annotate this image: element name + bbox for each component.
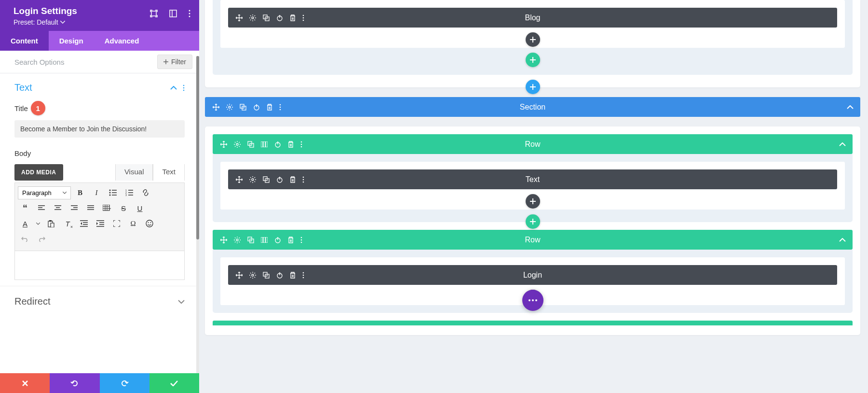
- tab-advanced[interactable]: Advanced: [94, 31, 150, 51]
- kebab-icon[interactable]: [302, 14, 304, 21]
- move-icon[interactable]: [220, 237, 227, 243]
- trash-icon[interactable]: [290, 272, 296, 279]
- columns-icon[interactable]: [261, 141, 268, 147]
- align-left-icon[interactable]: [34, 201, 49, 215]
- editor-tab-visual[interactable]: Visual: [115, 164, 153, 181]
- section-bar[interactable]: Section: [205, 97, 860, 117]
- move-icon[interactable]: [213, 104, 219, 111]
- columns-icon[interactable]: [261, 237, 268, 243]
- kebab-icon[interactable]: [183, 84, 185, 91]
- preset-selector[interactable]: Preset: Default: [14, 18, 186, 26]
- emoji-icon[interactable]: [142, 217, 157, 230]
- numbered-list-icon[interactable]: 123: [122, 186, 136, 199]
- redo-button[interactable]: [100, 373, 149, 393]
- link-icon[interactable]: [138, 186, 153, 199]
- duplicate-icon[interactable]: [240, 104, 246, 111]
- power-icon[interactable]: [276, 272, 283, 279]
- add-row-button[interactable]: [526, 214, 540, 229]
- paste-icon[interactable]: [44, 217, 58, 230]
- add-media-button[interactable]: ADD MEDIA: [14, 164, 63, 181]
- fullscreen-icon[interactable]: [109, 217, 124, 230]
- add-module-button[interactable]: [526, 194, 540, 209]
- title-input[interactable]: [14, 120, 185, 138]
- move-icon[interactable]: [236, 14, 243, 21]
- chevron-up-icon[interactable]: [839, 238, 846, 242]
- module-bar-text[interactable]: Text: [228, 169, 837, 189]
- tab-content[interactable]: Content: [0, 31, 49, 51]
- power-icon[interactable]: [276, 14, 283, 21]
- tab-design[interactable]: Design: [49, 31, 94, 51]
- kebab-icon[interactable]: [279, 104, 281, 111]
- power-icon[interactable]: [274, 141, 281, 148]
- trash-icon[interactable]: [288, 237, 294, 243]
- save-button[interactable]: [149, 373, 199, 393]
- gear-icon[interactable]: [234, 141, 241, 148]
- power-icon[interactable]: [276, 176, 283, 183]
- trash-icon[interactable]: [290, 14, 296, 21]
- gear-icon[interactable]: [234, 237, 241, 243]
- module-bar-login[interactable]: Login: [228, 265, 837, 285]
- text-section-header[interactable]: Text: [0, 73, 199, 95]
- outdent-icon[interactable]: [77, 217, 91, 230]
- duplicate-icon[interactable]: [263, 272, 270, 279]
- indent-icon[interactable]: [93, 217, 108, 230]
- quote-icon[interactable]: “: [18, 201, 32, 215]
- expand-icon[interactable]: [150, 10, 158, 17]
- kebab-icon[interactable]: [189, 10, 190, 17]
- undo-button[interactable]: [50, 373, 99, 393]
- color-dropdown-icon[interactable]: [34, 217, 42, 230]
- gear-icon[interactable]: [249, 272, 256, 279]
- table-icon[interactable]: [100, 201, 114, 215]
- scrollbar[interactable]: [196, 56, 199, 373]
- gear-icon[interactable]: [226, 104, 233, 111]
- body-editor[interactable]: [14, 251, 185, 280]
- special-char-icon[interactable]: Ω: [126, 217, 140, 230]
- redirect-section-header[interactable]: Redirect: [0, 286, 199, 317]
- align-justify-icon[interactable]: [83, 201, 98, 215]
- align-center-icon[interactable]: [51, 201, 65, 215]
- move-icon[interactable]: [220, 141, 227, 148]
- search-input[interactable]: [14, 58, 157, 66]
- clear-format-icon[interactable]: T×: [60, 217, 75, 230]
- power-icon[interactable]: [253, 104, 260, 111]
- power-icon[interactable]: [274, 237, 281, 243]
- trash-icon[interactable]: [288, 141, 294, 148]
- duplicate-icon[interactable]: [263, 176, 270, 183]
- scrollbar-thumb[interactable]: [196, 56, 199, 239]
- add-row-button[interactable]: [526, 53, 540, 67]
- kebab-icon[interactable]: [300, 141, 302, 148]
- duplicate-icon[interactable]: [247, 237, 254, 243]
- duplicate-icon[interactable]: [263, 14, 270, 21]
- row-bar[interactable]: Row: [213, 230, 853, 250]
- chevron-up-icon[interactable]: [170, 86, 177, 90]
- move-icon[interactable]: [236, 272, 243, 279]
- row-bar[interactable]: [213, 321, 853, 325]
- add-module-button[interactable]: [526, 32, 540, 47]
- italic-icon[interactable]: I: [89, 186, 104, 199]
- bold-icon[interactable]: B: [73, 186, 87, 199]
- move-icon[interactable]: [236, 176, 243, 183]
- kebab-icon[interactable]: [302, 272, 304, 279]
- trash-icon[interactable]: [267, 104, 272, 111]
- duplicate-icon[interactable]: [247, 141, 254, 148]
- chevron-up-icon[interactable]: [839, 142, 846, 146]
- add-section-button[interactable]: [526, 80, 540, 94]
- text-color-icon[interactable]: A: [18, 217, 32, 230]
- trash-icon[interactable]: [290, 176, 296, 183]
- gear-icon[interactable]: [249, 14, 256, 21]
- module-bar-blog[interactable]: Blog: [228, 8, 837, 28]
- underline-icon[interactable]: U: [133, 201, 147, 215]
- kebab-icon[interactable]: [300, 237, 302, 243]
- paragraph-select[interactable]: Paragraph: [18, 186, 71, 199]
- align-right-icon[interactable]: [67, 201, 81, 215]
- strikethrough-icon[interactable]: S: [116, 201, 131, 215]
- bullet-list-icon[interactable]: [106, 186, 120, 199]
- kebab-icon[interactable]: [302, 176, 304, 183]
- redo-icon[interactable]: [34, 232, 49, 246]
- gear-icon[interactable]: [249, 176, 256, 183]
- undo-icon[interactable]: [18, 232, 32, 246]
- cancel-button[interactable]: [0, 373, 50, 393]
- filter-button[interactable]: Filter: [157, 55, 192, 69]
- dock-icon[interactable]: [169, 10, 177, 17]
- more-options-fab[interactable]: [522, 290, 543, 311]
